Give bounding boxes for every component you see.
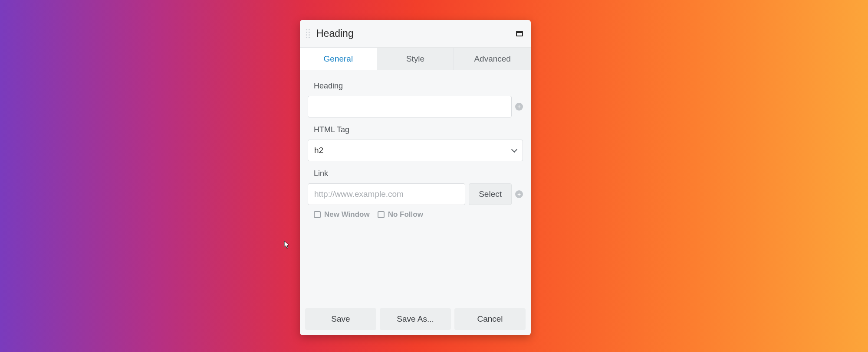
new-window-checkbox[interactable]: New Window <box>314 210 370 219</box>
chevron-down-icon <box>511 147 517 153</box>
tab-advanced[interactable]: Advanced <box>454 48 531 70</box>
htmltag-row: h2 <box>308 140 523 161</box>
plus-icon[interactable]: + <box>515 103 523 111</box>
htmltag-field-label: HTML Tag <box>314 125 523 134</box>
heading-field-label: Heading <box>314 81 523 91</box>
save-as-button[interactable]: Save As... <box>380 308 451 330</box>
cursor-icon <box>284 241 290 249</box>
no-follow-label: No Follow <box>388 210 423 219</box>
save-button[interactable]: Save <box>305 308 376 330</box>
panel-footer: Save Save As... Cancel <box>300 303 531 335</box>
tab-style[interactable]: Style <box>377 48 454 70</box>
panel-title: Heading <box>316 28 516 39</box>
tabs: General Style Advanced <box>300 48 531 70</box>
tab-general[interactable]: General <box>300 48 377 70</box>
link-field-label: Link <box>314 169 523 178</box>
link-input[interactable] <box>308 183 465 205</box>
no-follow-checkbox[interactable]: No Follow <box>378 210 423 219</box>
cancel-button[interactable]: Cancel <box>454 308 526 330</box>
htmltag-value: h2 <box>314 146 323 155</box>
checkbox-icon <box>314 211 321 218</box>
panel-body: Heading + HTML Tag h2 Link Select + New … <box>300 70 531 303</box>
heading-settings-panel: Heading General Style Advanced Heading +… <box>300 20 531 335</box>
link-options: New Window No Follow <box>314 210 523 219</box>
drag-handle-icon[interactable] <box>306 28 312 40</box>
heading-row: + <box>308 96 523 117</box>
link-row: Select + <box>308 183 523 205</box>
panel-header: Heading <box>300 20 531 48</box>
checkbox-icon <box>378 211 385 218</box>
heading-input[interactable] <box>308 96 512 117</box>
window-icon[interactable] <box>516 31 523 36</box>
select-button[interactable]: Select <box>469 183 512 205</box>
new-window-label: New Window <box>324 210 370 219</box>
htmltag-select[interactable]: h2 <box>308 140 523 161</box>
plus-icon[interactable]: + <box>515 190 523 198</box>
